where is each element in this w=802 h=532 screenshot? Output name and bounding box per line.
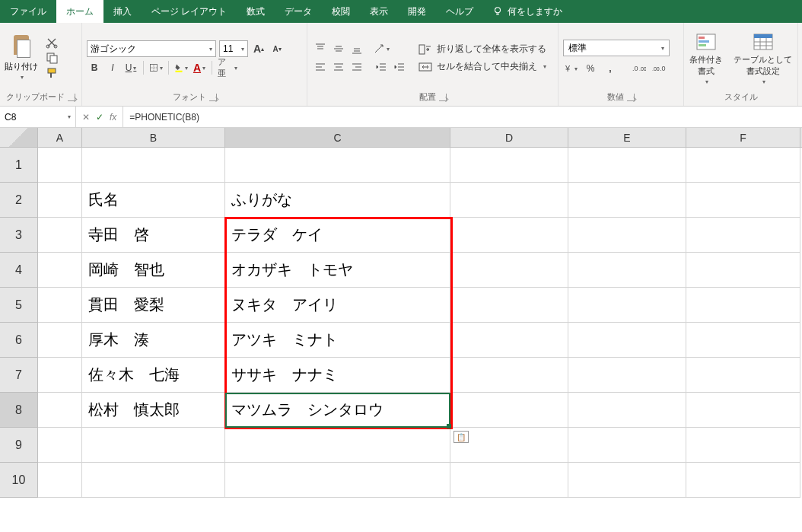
cell-D4[interactable] <box>450 253 568 288</box>
tab-developer[interactable]: 開発 <box>398 0 436 23</box>
decrease-decimal-icon[interactable]: .00.0 <box>651 61 667 76</box>
cell-C10[interactable] <box>225 463 450 498</box>
align-middle-icon[interactable] <box>330 41 347 56</box>
row-header-10[interactable]: 10 <box>0 463 38 498</box>
cell-A1[interactable] <box>38 148 82 183</box>
cell-F3[interactable] <box>686 218 800 253</box>
orientation-icon[interactable]: ▾ <box>373 41 390 56</box>
phonetic-guide-button[interactable]: ア亜▾ <box>217 60 238 75</box>
cell-B4[interactable]: 岡崎 智也 <box>82 253 225 288</box>
cell-A5[interactable] <box>38 288 82 323</box>
increase-font-icon[interactable]: A▴ <box>251 41 266 56</box>
cell-A10[interactable] <box>38 463 82 498</box>
insert-function-icon[interactable]: fx <box>110 112 116 123</box>
comma-format-icon[interactable]: , <box>603 61 618 76</box>
cell-D2[interactable] <box>450 183 568 218</box>
underline-button[interactable]: U▾ <box>123 60 138 75</box>
merge-center-button[interactable]: セルを結合して中央揃え▾ <box>419 60 546 73</box>
increase-decimal-icon[interactable]: .0.00 <box>632 61 647 76</box>
number-dialog-launcher[interactable] <box>627 94 635 101</box>
italic-button[interactable]: I <box>105 60 120 75</box>
cell-C3[interactable]: テラダ ケイ <box>225 218 450 253</box>
cell-F6[interactable] <box>686 323 800 358</box>
cell-E6[interactable] <box>568 323 686 358</box>
tab-page-layout[interactable]: ページ レイアウト <box>142 0 237 23</box>
row-header-9[interactable]: 9 <box>0 428 38 463</box>
font-name-select[interactable]: 游ゴシック▾ <box>87 40 216 57</box>
tell-me-search[interactable]: 何をしますか <box>483 0 571 23</box>
copy-icon[interactable] <box>46 52 59 64</box>
cell-A2[interactable] <box>38 183 82 218</box>
cell-A9[interactable] <box>38 428 82 463</box>
confirm-formula-icon[interactable]: ✓ <box>96 112 103 123</box>
cell-F7[interactable] <box>686 358 800 393</box>
increase-indent-icon[interactable] <box>391 59 408 75</box>
tab-review[interactable]: 校閲 <box>322 0 360 23</box>
font-color-button[interactable]: A▾ <box>192 60 207 75</box>
col-header-C[interactable]: C <box>225 128 450 147</box>
col-header-A[interactable]: A <box>38 128 82 147</box>
cell-E1[interactable] <box>568 148 686 183</box>
decrease-indent-icon[interactable] <box>373 59 390 75</box>
cell-F9[interactable] <box>686 428 800 463</box>
tab-file[interactable]: ファイル <box>0 0 56 23</box>
percent-format-icon[interactable]: % <box>583 61 598 76</box>
cut-icon[interactable] <box>46 37 59 49</box>
cell-D5[interactable] <box>450 288 568 323</box>
cell-E9[interactable] <box>568 428 686 463</box>
cell-F10[interactable] <box>686 463 800 498</box>
align-right-icon[interactable] <box>348 59 365 75</box>
tab-formulas[interactable]: 数式 <box>237 0 275 23</box>
cell-C5[interactable]: ヌキタ アイリ <box>225 288 450 323</box>
format-as-table-button[interactable]: テーブルとして 書式設定▾ <box>730 31 795 85</box>
cell-B3[interactable]: 寺田 啓 <box>82 218 225 253</box>
col-header-E[interactable]: E <box>568 128 686 147</box>
cell-B2[interactable]: 氏名 <box>82 183 225 218</box>
tab-insert[interactable]: 挿入 <box>103 0 142 23</box>
cell-E7[interactable] <box>568 358 686 393</box>
col-header-B[interactable]: B <box>82 128 225 147</box>
cell-D7[interactable] <box>450 358 568 393</box>
font-size-select[interactable]: 11▾ <box>219 40 248 57</box>
cell-E3[interactable] <box>568 218 686 253</box>
tab-view[interactable]: 表示 <box>360 0 398 23</box>
cancel-formula-icon[interactable]: ✕ <box>82 112 90 123</box>
col-header-F[interactable]: F <box>686 128 800 147</box>
cell-E2[interactable] <box>568 183 686 218</box>
clipboard-dialog-launcher[interactable] <box>68 94 75 101</box>
cell-B8[interactable]: 松村 慎太郎 <box>82 393 225 428</box>
select-all-corner[interactable] <box>0 128 38 147</box>
cell-A8[interactable] <box>38 393 82 428</box>
cell-A4[interactable] <box>38 253 82 288</box>
conditional-formatting-button[interactable]: 条件付き 書式▾ <box>686 31 726 85</box>
cell-B9[interactable] <box>82 428 225 463</box>
cell-C6[interactable]: アツキ ミナト <box>225 323 450 358</box>
row-header-7[interactable]: 7 <box>0 358 38 393</box>
cell-B10[interactable] <box>82 463 225 498</box>
accounting-format-icon[interactable]: ¥▾ <box>563 61 578 76</box>
cell-C7[interactable]: ササキ ナナミ <box>225 358 450 393</box>
paste-button[interactable]: 貼り付け ▾ <box>5 35 38 81</box>
cell-C1[interactable] <box>225 148 450 183</box>
alignment-dialog-launcher[interactable] <box>439 94 447 101</box>
cell-C4[interactable]: オカザキ トモヤ <box>225 253 450 288</box>
cell-E5[interactable] <box>568 288 686 323</box>
wrap-text-button[interactable]: 折り返して全体を表示する <box>419 43 546 56</box>
fill-color-button[interactable]: ▾ <box>173 60 189 75</box>
cell-A6[interactable] <box>38 323 82 358</box>
cell-C9[interactable] <box>225 428 450 463</box>
paste-options-icon[interactable]: 📋 <box>454 431 469 443</box>
cell-D6[interactable] <box>450 323 568 358</box>
align-center-icon[interactable] <box>330 59 347 75</box>
formula-input[interactable]: =PHONETIC(B8) <box>123 107 802 127</box>
format-painter-icon[interactable] <box>46 67 59 79</box>
cell-C8[interactable]: マツムラ シンタロウ <box>225 393 450 428</box>
align-left-icon[interactable] <box>312 59 329 75</box>
borders-button[interactable]: ▾ <box>148 60 164 75</box>
cell-E4[interactable] <box>568 253 686 288</box>
align-top-icon[interactable] <box>312 41 329 56</box>
cell-F4[interactable] <box>686 253 800 288</box>
cell-B6[interactable]: 厚木 湊 <box>82 323 225 358</box>
cell-D3[interactable] <box>450 218 568 253</box>
font-dialog-launcher[interactable] <box>209 94 217 101</box>
